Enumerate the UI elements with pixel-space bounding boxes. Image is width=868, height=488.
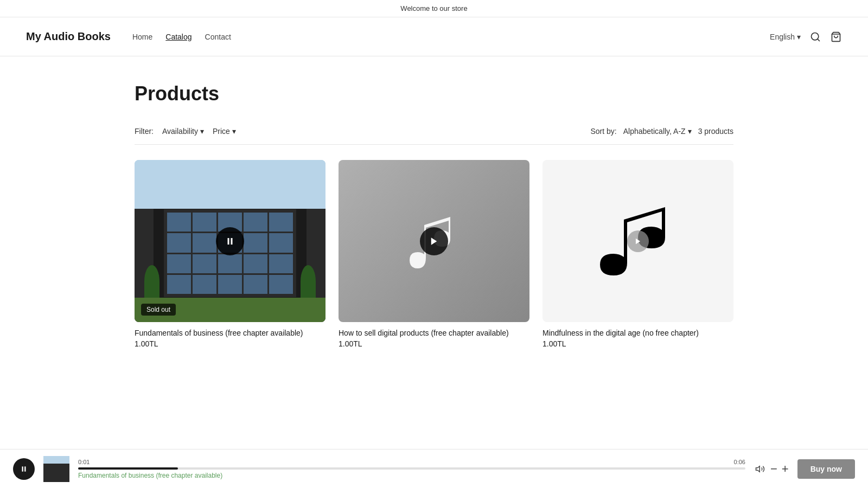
product-image-2	[339, 160, 529, 322]
nav-catalog[interactable]: Catalog	[165, 33, 192, 41]
product-card-3[interactable]: Mindfulness in the digital age (no free …	[542, 160, 733, 348]
chevron-down-icon: ▾	[797, 33, 801, 41]
price-filter[interactable]: Price ▾	[213, 127, 236, 136]
language-selector[interactable]: English ▾	[770, 33, 801, 41]
svg-marker-5	[431, 237, 437, 245]
header-right: English ▾	[770, 31, 842, 43]
play-button-2[interactable]	[420, 227, 448, 255]
product-price-2: 1.00TL	[339, 339, 529, 348]
pause-button-1[interactable]	[216, 227, 244, 255]
svg-rect-3	[228, 238, 229, 245]
main-nav: Home Catalog Contact	[132, 33, 770, 41]
filter-left: Filter: Availability ▾ Price ▾	[135, 127, 236, 136]
top-banner: Welcome to our store	[0, 0, 868, 17]
cart-icon[interactable]	[830, 31, 842, 43]
tree-left	[144, 265, 159, 298]
sort-label: Sort by:	[590, 127, 616, 136]
chevron-down-icon: ▾	[200, 127, 204, 136]
nav-contact[interactable]: Contact	[205, 33, 231, 41]
svg-marker-6	[636, 238, 640, 244]
product-image-3	[542, 160, 733, 322]
sold-out-badge: Sold out	[141, 304, 176, 316]
tree-right	[301, 265, 316, 298]
filter-bar: Filter: Availability ▾ Price ▾ Sort by: …	[135, 127, 733, 145]
chevron-down-icon: ▾	[688, 127, 692, 136]
product-price-3: 1.00TL	[542, 339, 733, 348]
sky	[135, 160, 326, 209]
product-price-1: 1.00TL	[135, 339, 326, 348]
header: My Audio Books Home Catalog Contact Engl…	[0, 17, 868, 56]
availability-filter[interactable]: Availability ▾	[162, 127, 204, 136]
search-icon[interactable]	[809, 31, 821, 43]
svg-rect-4	[231, 238, 233, 245]
play-button-3[interactable]	[627, 230, 649, 252]
site-logo[interactable]: My Audio Books	[26, 30, 111, 43]
product-title-1: Fundamentals of business (free chapter a…	[135, 329, 326, 337]
filter-right: Sort by: Alphabetically, A-Z ▾ 3 product…	[590, 127, 733, 136]
sort-select[interactable]: Alphabetically, A-Z ▾	[623, 127, 692, 136]
svg-line-1	[818, 38, 820, 41]
product-card-2[interactable]: How to sell digital products (free chapt…	[339, 160, 529, 348]
main-content: Products Filter: Availability ▾ Price ▾ …	[108, 56, 760, 402]
banner-text: Welcome to our store	[400, 4, 467, 12]
product-image-1: Sold out	[135, 160, 326, 322]
filter-label: Filter:	[135, 127, 154, 136]
product-card-1[interactable]: Sold out Fundamentals of business (free …	[135, 160, 326, 348]
page-title: Products	[135, 82, 733, 105]
product-title-3: Mindfulness in the digital age (no free …	[542, 329, 733, 337]
product-title-2: How to sell digital products (free chapt…	[339, 329, 529, 337]
products-grid: Sold out Fundamentals of business (free …	[135, 160, 733, 348]
chevron-down-icon: ▾	[232, 127, 236, 136]
language-label: English	[770, 33, 795, 41]
nav-home[interactable]: Home	[132, 33, 152, 41]
product-count: 3 products	[698, 127, 733, 136]
